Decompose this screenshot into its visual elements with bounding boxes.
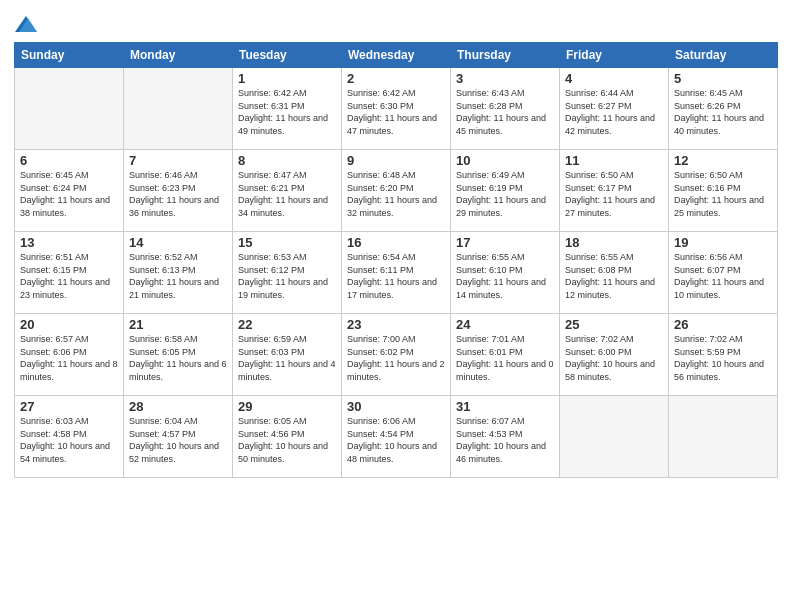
day-number: 20 (20, 317, 118, 332)
day-info: Sunrise: 6:50 AM Sunset: 6:17 PM Dayligh… (565, 169, 663, 219)
weekday-header-thursday: Thursday (451, 43, 560, 68)
calendar-cell-4-6: 25Sunrise: 7:02 AM Sunset: 6:00 PM Dayli… (560, 314, 669, 396)
day-number: 9 (347, 153, 445, 168)
calendar-cell-1-7: 5Sunrise: 6:45 AM Sunset: 6:26 PM Daylig… (669, 68, 778, 150)
weekday-header-friday: Friday (560, 43, 669, 68)
calendar-cell-5-7 (669, 396, 778, 478)
page: SundayMondayTuesdayWednesdayThursdayFrid… (0, 0, 792, 612)
day-info: Sunrise: 6:48 AM Sunset: 6:20 PM Dayligh… (347, 169, 445, 219)
calendar-cell-1-3: 1Sunrise: 6:42 AM Sunset: 6:31 PM Daylig… (233, 68, 342, 150)
header (14, 10, 778, 36)
day-info: Sunrise: 6:59 AM Sunset: 6:03 PM Dayligh… (238, 333, 336, 383)
calendar-cell-4-4: 23Sunrise: 7:00 AM Sunset: 6:02 PM Dayli… (342, 314, 451, 396)
day-number: 7 (129, 153, 227, 168)
calendar-cell-3-6: 18Sunrise: 6:55 AM Sunset: 6:08 PM Dayli… (560, 232, 669, 314)
calendar-cell-5-2: 28Sunrise: 6:04 AM Sunset: 4:57 PM Dayli… (124, 396, 233, 478)
calendar-cell-5-4: 30Sunrise: 6:06 AM Sunset: 4:54 PM Dayli… (342, 396, 451, 478)
day-info: Sunrise: 6:04 AM Sunset: 4:57 PM Dayligh… (129, 415, 227, 465)
calendar-cell-3-5: 17Sunrise: 6:55 AM Sunset: 6:10 PM Dayli… (451, 232, 560, 314)
day-number: 17 (456, 235, 554, 250)
weekday-header-row: SundayMondayTuesdayWednesdayThursdayFrid… (15, 43, 778, 68)
day-info: Sunrise: 6:47 AM Sunset: 6:21 PM Dayligh… (238, 169, 336, 219)
day-info: Sunrise: 6:44 AM Sunset: 6:27 PM Dayligh… (565, 87, 663, 137)
day-number: 15 (238, 235, 336, 250)
day-info: Sunrise: 6:43 AM Sunset: 6:28 PM Dayligh… (456, 87, 554, 137)
day-info: Sunrise: 7:00 AM Sunset: 6:02 PM Dayligh… (347, 333, 445, 383)
calendar-cell-2-3: 8Sunrise: 6:47 AM Sunset: 6:21 PM Daylig… (233, 150, 342, 232)
day-number: 26 (674, 317, 772, 332)
calendar: SundayMondayTuesdayWednesdayThursdayFrid… (14, 42, 778, 478)
logo (14, 14, 37, 36)
day-info: Sunrise: 6:54 AM Sunset: 6:11 PM Dayligh… (347, 251, 445, 301)
week-row-1: 1Sunrise: 6:42 AM Sunset: 6:31 PM Daylig… (15, 68, 778, 150)
calendar-cell-2-6: 11Sunrise: 6:50 AM Sunset: 6:17 PM Dayli… (560, 150, 669, 232)
weekday-header-saturday: Saturday (669, 43, 778, 68)
calendar-cell-5-5: 31Sunrise: 6:07 AM Sunset: 4:53 PM Dayli… (451, 396, 560, 478)
calendar-cell-3-1: 13Sunrise: 6:51 AM Sunset: 6:15 PM Dayli… (15, 232, 124, 314)
calendar-cell-1-6: 4Sunrise: 6:44 AM Sunset: 6:27 PM Daylig… (560, 68, 669, 150)
day-number: 27 (20, 399, 118, 414)
day-number: 10 (456, 153, 554, 168)
day-info: Sunrise: 6:53 AM Sunset: 6:12 PM Dayligh… (238, 251, 336, 301)
weekday-header-sunday: Sunday (15, 43, 124, 68)
day-number: 16 (347, 235, 445, 250)
day-number: 24 (456, 317, 554, 332)
day-number: 6 (20, 153, 118, 168)
day-number: 25 (565, 317, 663, 332)
calendar-cell-1-1 (15, 68, 124, 150)
weekday-header-wednesday: Wednesday (342, 43, 451, 68)
day-info: Sunrise: 6:06 AM Sunset: 4:54 PM Dayligh… (347, 415, 445, 465)
calendar-cell-1-2 (124, 68, 233, 150)
day-info: Sunrise: 6:45 AM Sunset: 6:24 PM Dayligh… (20, 169, 118, 219)
calendar-cell-4-3: 22Sunrise: 6:59 AM Sunset: 6:03 PM Dayli… (233, 314, 342, 396)
day-number: 30 (347, 399, 445, 414)
day-number: 14 (129, 235, 227, 250)
day-info: Sunrise: 7:01 AM Sunset: 6:01 PM Dayligh… (456, 333, 554, 383)
day-number: 3 (456, 71, 554, 86)
day-number: 23 (347, 317, 445, 332)
calendar-cell-4-2: 21Sunrise: 6:58 AM Sunset: 6:05 PM Dayli… (124, 314, 233, 396)
weekday-header-tuesday: Tuesday (233, 43, 342, 68)
day-info: Sunrise: 6:57 AM Sunset: 6:06 PM Dayligh… (20, 333, 118, 383)
calendar-cell-2-2: 7Sunrise: 6:46 AM Sunset: 6:23 PM Daylig… (124, 150, 233, 232)
calendar-cell-3-2: 14Sunrise: 6:52 AM Sunset: 6:13 PM Dayli… (124, 232, 233, 314)
day-number: 13 (20, 235, 118, 250)
day-info: Sunrise: 6:51 AM Sunset: 6:15 PM Dayligh… (20, 251, 118, 301)
day-number: 2 (347, 71, 445, 86)
day-info: Sunrise: 6:56 AM Sunset: 6:07 PM Dayligh… (674, 251, 772, 301)
calendar-cell-2-7: 12Sunrise: 6:50 AM Sunset: 6:16 PM Dayli… (669, 150, 778, 232)
day-info: Sunrise: 6:50 AM Sunset: 6:16 PM Dayligh… (674, 169, 772, 219)
day-info: Sunrise: 6:42 AM Sunset: 6:30 PM Dayligh… (347, 87, 445, 137)
day-number: 8 (238, 153, 336, 168)
calendar-cell-1-4: 2Sunrise: 6:42 AM Sunset: 6:30 PM Daylig… (342, 68, 451, 150)
day-number: 12 (674, 153, 772, 168)
day-number: 11 (565, 153, 663, 168)
calendar-cell-3-7: 19Sunrise: 6:56 AM Sunset: 6:07 PM Dayli… (669, 232, 778, 314)
day-number: 21 (129, 317, 227, 332)
calendar-cell-1-5: 3Sunrise: 6:43 AM Sunset: 6:28 PM Daylig… (451, 68, 560, 150)
calendar-cell-5-3: 29Sunrise: 6:05 AM Sunset: 4:56 PM Dayli… (233, 396, 342, 478)
day-info: Sunrise: 6:52 AM Sunset: 6:13 PM Dayligh… (129, 251, 227, 301)
day-info: Sunrise: 6:07 AM Sunset: 4:53 PM Dayligh… (456, 415, 554, 465)
calendar-cell-2-1: 6Sunrise: 6:45 AM Sunset: 6:24 PM Daylig… (15, 150, 124, 232)
day-number: 22 (238, 317, 336, 332)
day-number: 5 (674, 71, 772, 86)
day-info: Sunrise: 6:03 AM Sunset: 4:58 PM Dayligh… (20, 415, 118, 465)
day-info: Sunrise: 6:55 AM Sunset: 6:10 PM Dayligh… (456, 251, 554, 301)
day-info: Sunrise: 7:02 AM Sunset: 6:00 PM Dayligh… (565, 333, 663, 383)
calendar-cell-5-6 (560, 396, 669, 478)
calendar-cell-3-4: 16Sunrise: 6:54 AM Sunset: 6:11 PM Dayli… (342, 232, 451, 314)
day-info: Sunrise: 6:55 AM Sunset: 6:08 PM Dayligh… (565, 251, 663, 301)
calendar-cell-4-1: 20Sunrise: 6:57 AM Sunset: 6:06 PM Dayli… (15, 314, 124, 396)
week-row-2: 6Sunrise: 6:45 AM Sunset: 6:24 PM Daylig… (15, 150, 778, 232)
calendar-cell-4-7: 26Sunrise: 7:02 AM Sunset: 5:59 PM Dayli… (669, 314, 778, 396)
calendar-cell-5-1: 27Sunrise: 6:03 AM Sunset: 4:58 PM Dayli… (15, 396, 124, 478)
weekday-header-monday: Monday (124, 43, 233, 68)
calendar-cell-2-5: 10Sunrise: 6:49 AM Sunset: 6:19 PM Dayli… (451, 150, 560, 232)
logo-icon (15, 14, 37, 36)
calendar-cell-2-4: 9Sunrise: 6:48 AM Sunset: 6:20 PM Daylig… (342, 150, 451, 232)
day-number: 18 (565, 235, 663, 250)
week-row-4: 20Sunrise: 6:57 AM Sunset: 6:06 PM Dayli… (15, 314, 778, 396)
day-info: Sunrise: 6:58 AM Sunset: 6:05 PM Dayligh… (129, 333, 227, 383)
day-info: Sunrise: 6:46 AM Sunset: 6:23 PM Dayligh… (129, 169, 227, 219)
